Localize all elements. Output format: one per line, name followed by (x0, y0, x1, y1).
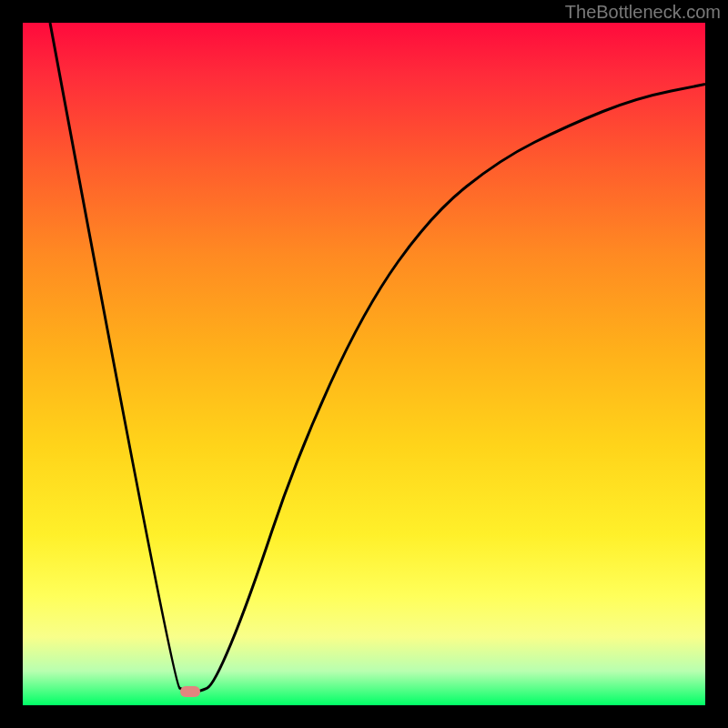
chart-plot-area (23, 23, 705, 705)
chart-svg (23, 23, 705, 705)
chart-curve (50, 23, 705, 692)
attribution-text: TheBottleneck.com (565, 2, 721, 23)
chart-marker (180, 686, 200, 697)
